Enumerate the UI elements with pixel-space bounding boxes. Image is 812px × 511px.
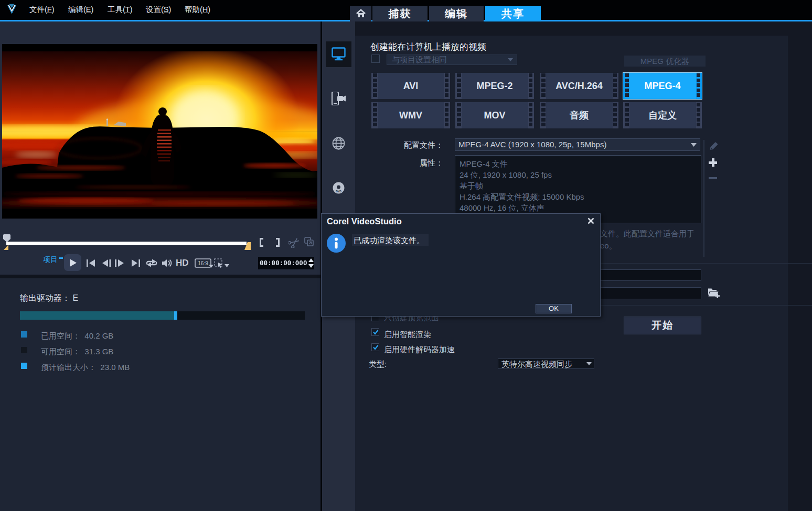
svg-text:16:9: 16:9	[198, 260, 208, 266]
svg-text:DVD: DVD	[336, 190, 341, 193]
